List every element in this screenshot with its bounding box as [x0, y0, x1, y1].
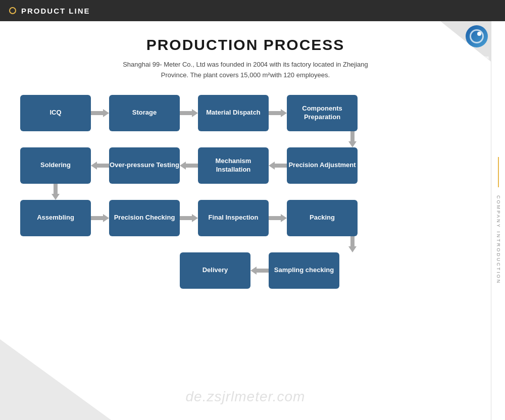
- svg-marker-11: [348, 236, 357, 252]
- proc-delivery: Delivery: [180, 252, 250, 289]
- svg-marker-3: [348, 131, 357, 147]
- header-circle-icon: [9, 7, 16, 14]
- process-row-4: Delivery Sampling checking: [20, 252, 471, 289]
- page-subtitle: Shanghai 99- Meter Co., Ltd was founded …: [20, 60, 471, 81]
- page-title: PRODUCTION PROCESS: [20, 36, 471, 54]
- down-arrow-1: [317, 131, 388, 147]
- spacer-3: [20, 236, 317, 252]
- proc-over-pressure: Over-pressure Testing: [109, 147, 180, 184]
- svg-marker-7: [52, 184, 60, 200]
- subtitle-line2: Province. The plant covers 15,000 m²with…: [161, 71, 330, 79]
- proc-storage: Storage: [109, 95, 180, 131]
- arrow-left-4: [250, 266, 269, 276]
- arrow-right-4: [91, 213, 109, 223]
- arrow-right-3: [269, 108, 287, 118]
- header-bar: PRODUCT LINE: [0, 0, 505, 21]
- v-row-3: [20, 236, 471, 252]
- proc-mechanism-installation: Mechanism Installation: [198, 147, 269, 184]
- proc-assembling: Assembling: [20, 200, 91, 236]
- svg-marker-4: [91, 162, 109, 170]
- arrow-right-2: [180, 108, 198, 118]
- proc-icq: ICQ: [20, 95, 91, 131]
- spacer-2: [91, 184, 388, 200]
- svg-marker-8: [91, 214, 109, 222]
- process-row-3: Assembling Precision Checking Final In: [20, 200, 471, 236]
- subtitle-line1: Shanghai 99- Meter Co., Ltd was founded …: [123, 61, 368, 68]
- arrow-left-3: [269, 161, 287, 171]
- proc-packing: Packing: [287, 200, 358, 236]
- proc-precision-checking: Precision Checking: [109, 200, 180, 236]
- proc-soldering: Soldering: [20, 147, 91, 184]
- svg-marker-9: [180, 214, 198, 222]
- proc-precision-adjustment: Precision Adjustment: [287, 147, 358, 184]
- arrow-right-1: [91, 108, 109, 118]
- svg-marker-10: [269, 214, 287, 222]
- svg-marker-6: [269, 162, 287, 170]
- svg-marker-12: [250, 267, 269, 275]
- proc-components-preparation: Components Preparation: [287, 95, 358, 131]
- right-sidebar: COMPANY INTRODUCTION: [491, 21, 505, 420]
- proc-sampling-checking: Sampling checking: [269, 252, 339, 289]
- svg-marker-5: [180, 162, 198, 170]
- svg-marker-1: [180, 109, 198, 117]
- down-arrow-2: [20, 184, 91, 200]
- svg-marker-0: [91, 109, 109, 117]
- down-arrow-3: [317, 236, 388, 252]
- header-title: PRODUCT LINE: [21, 7, 90, 15]
- flow-diagram: ICQ Storage Material Dispatch: [20, 95, 471, 289]
- process-row-1: ICQ Storage Material Dispatch: [20, 95, 471, 131]
- rows-container: ICQ Storage Material Dispatch: [20, 95, 471, 289]
- arrow-left-2: [180, 161, 198, 171]
- watermark: de.zsjrlmeter.com: [186, 389, 306, 405]
- proc-material-dispatch: Material Dispatch: [198, 95, 269, 131]
- spacer-1: [20, 131, 317, 147]
- main-content: PRODUCTION PROCESS Shanghai 99- Meter Co…: [0, 21, 491, 420]
- v-row-2: [20, 184, 471, 200]
- sidebar-text: COMPANY INTRODUCTION: [496, 195, 501, 284]
- arrow-right-5: [180, 213, 198, 223]
- proc-final-inspection: Final Inspection: [198, 200, 269, 236]
- process-row-2: Soldering Over-pressure Testing Mechan: [20, 147, 471, 184]
- svg-marker-2: [269, 109, 287, 117]
- arrow-right-6: [269, 213, 287, 223]
- sidebar-line: [498, 157, 499, 187]
- v-row-1: [20, 131, 471, 147]
- arrow-left-1: [91, 161, 109, 171]
